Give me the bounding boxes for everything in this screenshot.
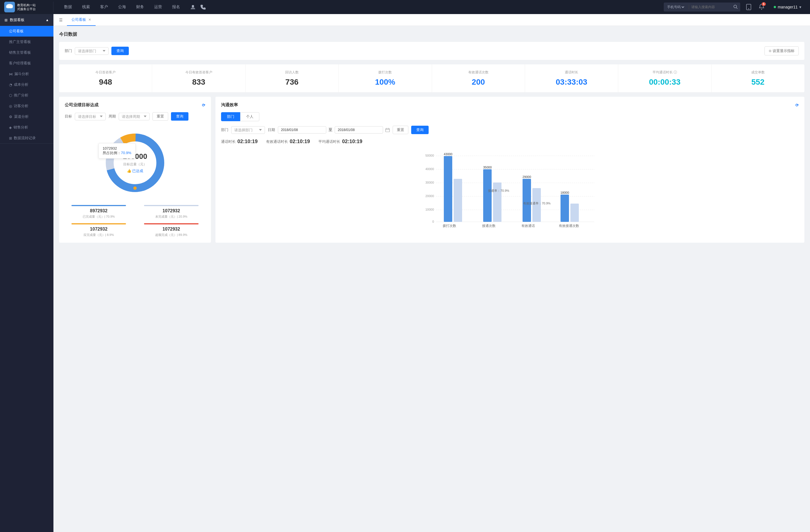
- sidebar-item-cost[interactable]: ◔ 成本分析: [0, 79, 53, 90]
- svg-text:CRM: CRM: [7, 8, 12, 10]
- svg-text:有效接通次数: 有效接通次数: [559, 224, 579, 228]
- sidebar-item-data-flow[interactable]: ⊞ 数据流转记录: [0, 133, 53, 144]
- svg-rect-44: [570, 203, 579, 222]
- phone-icon-btn[interactable]: [198, 2, 208, 12]
- setting-button[interactable]: ⊙ 设置显示指标: [764, 46, 799, 55]
- performance-reset-btn[interactable]: 重置: [152, 112, 168, 121]
- flow-icon: ⊞: [9, 136, 12, 140]
- svg-text:30000: 30000: [425, 181, 434, 184]
- sidebar-items: 公司看板 推广主管看板 销售主管看板 客户经理看板 ⋈ 漏斗分析 ◔ 成本分析 …: [0, 26, 53, 144]
- sidebar-item-channel[interactable]: ⚙ 渠道分析: [0, 111, 53, 122]
- svg-text:10000: 10000: [425, 208, 434, 211]
- period-label: 周期: [109, 114, 116, 119]
- nav-finance[interactable]: 财务: [131, 0, 149, 14]
- metric-bar-2: [71, 223, 126, 225]
- metric-bar-3: [144, 223, 198, 225]
- metric-desc-3: 超额完成（元）| 89.9%: [137, 233, 205, 237]
- hamburger-icon[interactable]: ☰: [59, 18, 63, 22]
- nav-sea[interactable]: 公海: [113, 0, 131, 14]
- bottom-section: 公司业绩目标达成 ⟳ 目标 请选择目标 周期 请选择周期 重置 查询: [59, 97, 804, 243]
- efficiency-card: 沟通效率 ⟳ 部门 个人 部门 请选择部门 日期: [215, 97, 804, 243]
- sidebar-item-company-board[interactable]: 公司看板: [0, 26, 53, 36]
- svg-point-5: [734, 5, 736, 8]
- nav-leads[interactable]: 线索: [77, 0, 95, 14]
- target-select[interactable]: 请选择目标: [75, 113, 106, 120]
- efficiency-reset-btn[interactable]: 重置: [393, 126, 408, 134]
- stat-value-4: 200: [438, 78, 519, 87]
- personal-tab-btn[interactable]: 个人: [240, 112, 259, 121]
- metric-bar-1: [144, 205, 198, 206]
- search-divider: [689, 5, 689, 9]
- bar-chart-svg: 50000 40000 30000 20000 10000 0: [221, 150, 799, 229]
- efficiency-stats-summary: 通话时长 02:10:19 有效通话时长 02:10:19 平均通话时长 02:…: [221, 139, 799, 145]
- user-icon-btn[interactable]: [188, 2, 198, 12]
- notification-btn[interactable]: 5: [759, 4, 764, 11]
- nav-signup[interactable]: 报名: [167, 0, 185, 14]
- donut-svg: [101, 129, 169, 197]
- cost-icon: ◔: [9, 83, 12, 87]
- search-filter-select[interactable]: 手机号码: [666, 5, 685, 9]
- efficiency-tab-buttons: 部门 个人: [221, 112, 799, 121]
- svg-rect-38: [522, 179, 531, 222]
- page-content: 今日数据 部门 请选择部门 查询 ⊙ 设置显示指标 今日首咨客户 948: [53, 26, 810, 248]
- svg-text:接通率：70.9%: 接通率：70.9%: [488, 189, 509, 192]
- dashboard-section-icon: ⊞: [4, 18, 7, 22]
- stat-dial-count: 拨打次数 100%: [339, 64, 432, 92]
- date-end-input[interactable]: [335, 126, 383, 134]
- nav-data[interactable]: 数据: [59, 0, 77, 14]
- sidebar-item-sales-analysis[interactable]: ◈ 销售分析: [0, 122, 53, 133]
- stat-value-3: 100%: [344, 78, 426, 87]
- sidebar-item-promotion-board[interactable]: 推广主管看板: [0, 36, 53, 47]
- donut-tooltip-value: 1072932: [103, 146, 131, 150]
- efficiency-dept-select[interactable]: 请选择部门: [231, 126, 265, 134]
- stat-call-duration: 通话时长 03:33:03: [525, 64, 618, 92]
- sidebar-item-visitor[interactable]: ◎ 访客分析: [0, 101, 53, 111]
- sidebar-item-sales-board[interactable]: 销售主管看板: [0, 47, 53, 58]
- stats-row: 今日首咨客户 948 今日有效首咨客户 833 回访人数 736 拨打次数 10…: [59, 64, 804, 92]
- tablet-icon-btn[interactable]: [744, 2, 754, 12]
- stat-deals: 成交单数 552: [712, 64, 804, 92]
- svg-text:18000: 18000: [561, 191, 569, 194]
- metric-expected: 1072932 应完成量（元）| 8.9%: [65, 223, 133, 237]
- calendar-icon: [385, 128, 390, 132]
- date-start-input[interactable]: [278, 126, 326, 134]
- nav-ops[interactable]: 运营: [149, 0, 167, 14]
- dept-tab-btn[interactable]: 部门: [221, 112, 240, 121]
- metric-desc-2: 应完成量（元）| 8.9%: [65, 233, 133, 237]
- stat-label-7: 成交单数: [717, 70, 799, 75]
- chart-controls: 目标 请选择目标 周期 请选择周期 重置 查询: [65, 112, 205, 121]
- stat-label-5: 通话时长: [531, 70, 612, 75]
- dept-select[interactable]: 请选择部门: [75, 47, 109, 55]
- stat-value-2: 736: [251, 78, 333, 87]
- tab-close-icon[interactable]: ✕: [88, 18, 91, 22]
- svg-rect-36: [493, 182, 501, 222]
- tab-company-board[interactable]: 公司看板 ✕: [67, 14, 96, 26]
- call-duration-summary: 通话时长 02:10:19: [221, 139, 258, 145]
- sidebar-section-header[interactable]: ⊞ 数据看板 ▲: [0, 14, 53, 26]
- svg-text:20000: 20000: [425, 194, 434, 198]
- svg-rect-34: [483, 169, 492, 222]
- performance-query-btn[interactable]: 查询: [171, 112, 189, 121]
- period-select[interactable]: 请选择周期: [119, 113, 150, 120]
- query-button[interactable]: 查询: [111, 47, 129, 55]
- metric-desc-0: 已完成量（元）| 70.9%: [65, 215, 133, 219]
- performance-refresh-icon[interactable]: ⟳: [202, 103, 205, 107]
- sidebar-item-funnel[interactable]: ⋈ 漏斗分析: [0, 69, 53, 79]
- nav-clients[interactable]: 客户: [95, 0, 113, 14]
- logo-area: CRM 教育机构一站 式服务云平台: [0, 2, 53, 12]
- efficiency-refresh-icon[interactable]: ⟳: [795, 103, 799, 107]
- sidebar-item-promotion-analysis[interactable]: ⬡ 推广分析: [0, 90, 53, 101]
- svg-rect-40: [532, 188, 541, 222]
- avg-dur-label: 平均通话时长: [318, 139, 340, 144]
- stat-effective-consult: 今日有效首咨客户 833: [152, 64, 245, 92]
- date-range-separator: 至: [328, 127, 333, 132]
- sidebar-item-customer-manager-board[interactable]: 客户经理看板: [0, 58, 53, 69]
- stat-label-4: 有效通话次数: [438, 70, 519, 75]
- metric-bar-0: [71, 205, 126, 206]
- metric-value-3: 1072932: [137, 227, 205, 232]
- page-title: 今日数据: [59, 32, 804, 37]
- user-info[interactable]: manager11 ▾: [770, 5, 806, 9]
- efficiency-query-btn[interactable]: 查询: [411, 126, 428, 134]
- sidebar-section-label: 数据看板: [10, 17, 25, 22]
- search-input[interactable]: [691, 5, 733, 9]
